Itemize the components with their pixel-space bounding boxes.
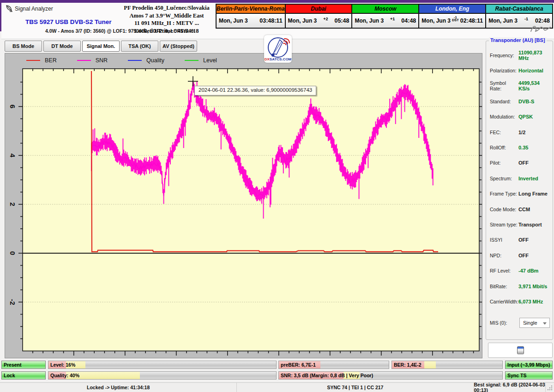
- mis-label: MIS (0):: [490, 320, 518, 326]
- logo-text-dx: DX: [265, 57, 270, 61]
- transponder-panel-title: Transponder (AU) [BS]: [489, 37, 547, 43]
- clock-time: 02:48:11: [460, 18, 483, 24]
- tp-row-frequency: Frequency:11090,873 MHz: [490, 48, 550, 63]
- svg-text:DXSATCS.COM: DXSATCS.COM: [265, 57, 292, 61]
- quality-line-swatch: [128, 60, 142, 61]
- legend-quality: Quality: [128, 57, 164, 64]
- site-line-1: PF Prodelin 450_Lučenec/Slovakia: [115, 4, 218, 12]
- svg-text:0: 0: [9, 251, 17, 255]
- tp-row-polarization: Polarization:Horizontal: [490, 63, 550, 78]
- tp-row-carrier-width: CarrierWidth:6,073 MHz: [490, 294, 550, 309]
- world-clocks-panel: Berlin-Paris-Vienna-Roma Mon, Jun 3 03:4…: [216, 4, 553, 29]
- window-left-accent: [0, 3, 1, 31]
- clock-date: Mon, Jun 3: [422, 18, 451, 24]
- mode-tabs: BS Mode DT Mode Signal Mon. TSA (OK) AV …: [5, 41, 197, 52]
- tp-row-pilot: Pilot:OFF: [490, 155, 550, 171]
- legend-level: Level: [185, 57, 217, 64]
- clock-city: Moscow: [352, 5, 418, 14]
- tp-row-frame-type: Frame Type:Long Frame: [490, 186, 550, 202]
- svg-text:6: 6: [9, 105, 17, 108]
- tp-row-bitrate: BitRate:3,971 Mbit/s: [490, 279, 550, 294]
- signal-chart[interactable]: 6420-2: [5, 53, 482, 358]
- clock-city: Berlin-Paris-Vienna-Roma: [217, 5, 285, 14]
- mis-select[interactable]: Single: [519, 318, 550, 328]
- status-uptime: Locked -> Uptime: 41:34:18: [0, 383, 237, 392]
- stream-list-button[interactable]: [488, 343, 553, 358]
- tp-row-standard: Standard:DVB-S: [490, 94, 550, 109]
- clock-time: 04:48: [401, 18, 416, 24]
- clock-city: Dubai: [286, 5, 352, 14]
- clock-city: London, Eng: [419, 5, 485, 14]
- clock-city: Rabat-Casablanca: [486, 5, 552, 14]
- level-gauge: Level: 16%: [48, 361, 277, 369]
- tp-row-rf-level: RF Level:-47 dBm: [490, 263, 550, 278]
- tp-row-symbol-rate: Symbol Rate:4499,534 KS/s: [490, 78, 550, 94]
- ber-gauge: BER: 1,4E-2: [391, 361, 503, 369]
- tp-row-issyi: ISSYIOFF: [490, 232, 550, 248]
- ber-line-swatch: [26, 60, 40, 61]
- clock-utc-offset: -1: [518, 17, 535, 21]
- status-sync-counters: SYNC 74 | TEI 1 | CC 217: [237, 383, 474, 392]
- transponder-rows: Frequency:11090,873 MHz Polarization:Hor…: [490, 48, 550, 309]
- dxsatcs-logo: DXSATCS.COM: [264, 35, 292, 63]
- stream-stack-icon: [517, 346, 524, 354]
- tab-dt-mode[interactable]: DT Mode: [43, 41, 81, 52]
- chart-legend: BER SNR Quality Level: [26, 55, 217, 66]
- sync-ts-indicator: Sync TS: [505, 371, 553, 380]
- clock-time: 03:48:11: [259, 18, 282, 24]
- clock-utc-offset: +2: [317, 17, 334, 21]
- tab-tsa[interactable]: TSA (OK): [121, 41, 158, 52]
- clock-date: Mon, Jun 3: [288, 18, 317, 24]
- site-header: PF Prodelin 450_Lučenec/Slovakia Amos 7 …: [115, 4, 218, 35]
- clock-date: Mon, Jun 3: [488, 18, 518, 24]
- present-indicator: Present: [1, 361, 46, 369]
- legend-snr: SNR: [77, 57, 108, 64]
- snr-gauge: SNR: 3,5 dB (Margin: 0,8 dB | Very Poor): [278, 371, 503, 380]
- mis-row: MIS (0): Single: [490, 318, 550, 328]
- status-bar: Locked -> Uptime: 41:34:18 SYNC 74 | TEI…: [0, 382, 554, 392]
- tp-row-rolloff: RollOff:0.35: [490, 140, 550, 155]
- lock-indicator: Lock: [1, 371, 46, 380]
- svg-text:-2: -2: [9, 299, 17, 305]
- tab-signal-mon[interactable]: Signal Mon.: [82, 41, 120, 52]
- tp-row-code-mode: Code Mode:CCM: [490, 202, 550, 217]
- signature-scribble-icon: [530, 23, 551, 36]
- tab-av[interactable]: AV (Stopped): [160, 41, 197, 52]
- clock-dubai: Dubai Mon, Jun 3 +2 05:48: [286, 5, 353, 28]
- logo-text-rest: SATCS.COM: [270, 57, 292, 61]
- svg-text:4: 4: [9, 154, 17, 158]
- site-line-4: Locked UPtime : 41:34:18: [115, 27, 218, 35]
- chevron-down-icon: [543, 322, 547, 325]
- site-line-3: 11 091 MHz_H : METV ...: [115, 19, 218, 27]
- window-title: Signal Analyzer: [15, 6, 53, 12]
- resize-grip[interactable]: [546, 383, 554, 392]
- chart-tooltip: 2024-06-01 22.36.36, value: 6,9000000953…: [194, 86, 316, 95]
- legend-ber: BER: [26, 57, 57, 64]
- tp-row-fec: FEC:1/2: [490, 125, 550, 140]
- tuner-title: TBS 5927 USB DVB-S2 Tuner: [25, 18, 112, 25]
- tab-bs-mode[interactable]: BS Mode: [5, 41, 42, 52]
- input-indicator: Input (~3,99 Mbps): [505, 361, 553, 369]
- clock-date: Mon, Jun 3: [355, 18, 384, 24]
- snr-line-swatch: [77, 60, 91, 61]
- clock-date: Mon, Jun 3: [219, 18, 248, 24]
- tp-row-stream-type: Stream type:Transport: [490, 217, 550, 232]
- status-best-signal: Best signal: 6,9 dB (2024-06-03 00:13): [474, 383, 546, 392]
- clock-dst-badge: -1DST: [452, 16, 459, 22]
- tp-row-modulation: Modulation:QPSK: [490, 109, 550, 125]
- svg-text:2: 2: [9, 202, 17, 206]
- clock-time: 05:48: [334, 18, 349, 24]
- clock-berlin: Berlin-Paris-Vienna-Roma Mon, Jun 3 03:4…: [217, 5, 286, 28]
- tp-row-spectrum: Spectrum:Inverted: [490, 171, 550, 186]
- preber-gauge: preBER: 6,7E-1: [278, 361, 389, 369]
- clock-moscow: Moscow Mon, Jun 3 +1 04:48: [352, 5, 419, 28]
- quality-gauge: Quality: 40%: [48, 371, 277, 380]
- level-line-swatch: [185, 60, 199, 61]
- transponder-panel: Transponder (AU) [BS] Frequency:11090,87…: [486, 41, 553, 340]
- site-line-2: Amos 7 at 3.9°W_Middle East: [115, 12, 218, 20]
- signal-chart-frame: 6420-2 BER SNR Quality Level: [5, 53, 482, 358]
- clock-london: London, Eng Mon, Jun 3 -1DST 02:48:11: [419, 5, 486, 28]
- tp-row-npd: NPD:OFF: [490, 248, 550, 263]
- clock-utc-offset: +1: [384, 17, 401, 21]
- satellite-dish-icon: [6, 5, 13, 14]
